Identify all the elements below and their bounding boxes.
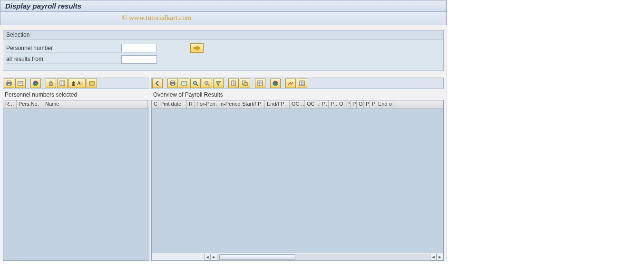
left-grid-header: R…Pers.No.Name (3, 100, 149, 109)
lock-icon (48, 80, 54, 86)
graphic-button[interactable] (30, 79, 41, 88)
column-header[interactable]: C (152, 100, 158, 109)
svg-rect-18 (258, 81, 263, 86)
layout-icon (89, 80, 95, 86)
print-button[interactable] (167, 79, 178, 88)
column-header[interactable]: Start/FP (240, 100, 265, 109)
column-header[interactable]: Pmt date (158, 100, 187, 109)
sum-button[interactable] (228, 79, 239, 88)
layout-select-button[interactable] (255, 79, 265, 88)
export-icon (181, 80, 187, 86)
back-button[interactable] (152, 79, 163, 88)
column-header[interactable]: P… (320, 100, 329, 109)
column-header[interactable]: P (370, 100, 376, 109)
selection-heading: Selection (3, 30, 443, 40)
columns-icon (59, 80, 65, 86)
left-grid: R…Pers.No.Name (3, 100, 149, 261)
column-header[interactable]: End o (376, 100, 393, 109)
export-icon (18, 80, 23, 86)
svg-rect-17 (244, 82, 247, 86)
print-button[interactable] (4, 79, 14, 88)
watermark: © www.tutorialkart.com (122, 14, 192, 22)
column-header[interactable]: P… (329, 100, 337, 109)
print-icon (170, 80, 176, 86)
column-header[interactable]: Pers.No. (17, 100, 43, 109)
right-grid: CPmt dateRFor-Peri…In-PeriodStart/FPEnd/… (151, 100, 444, 261)
export-button[interactable] (179, 79, 189, 88)
scroll-left-end-button[interactable]: ◄ (430, 254, 437, 260)
column-header[interactable]: End/FP (265, 100, 290, 109)
personnel-number-input[interactable] (121, 44, 157, 52)
column-header[interactable]: For-Peri… (195, 100, 217, 109)
find-icon (193, 80, 198, 86)
scroll-right-end-button[interactable]: ► (437, 254, 443, 260)
grid-button[interactable] (297, 79, 307, 88)
personnel-number-label: Personnel number (6, 44, 121, 53)
column-header[interactable]: O (357, 100, 364, 109)
find-next-button[interactable] (202, 79, 212, 88)
scroll-right-button[interactable]: ► (211, 254, 217, 260)
find-button[interactable] (190, 79, 201, 88)
layout-button[interactable] (87, 79, 97, 88)
selection-panel: Selection Personnel number all results f… (3, 30, 444, 71)
column-header[interactable]: OC … (290, 100, 305, 109)
graphic-button[interactable] (270, 79, 281, 88)
svg-rect-5 (49, 83, 52, 86)
print-icon (6, 80, 12, 86)
right-grid-header: CPmt dateRFor-Peri…In-PeriodStart/FPEnd/… (152, 100, 443, 109)
filter-icon (215, 80, 221, 86)
svg-rect-6 (60, 81, 65, 86)
delete-all-button[interactable]: 🗑 All (68, 79, 86, 88)
execute-button[interactable] (190, 43, 204, 53)
column-header[interactable]: In-Period (217, 100, 240, 109)
find-next-icon (204, 80, 210, 86)
right-toolbar (151, 78, 444, 89)
column-header[interactable]: P (344, 100, 351, 109)
subtotal-button[interactable] (240, 79, 250, 88)
graphic-icon (33, 80, 39, 86)
right-grid-body (152, 109, 443, 253)
svg-point-13 (194, 81, 197, 85)
svg-rect-8 (89, 81, 94, 82)
page-title: Display payroll results (0, 0, 447, 12)
arrow-right-icon (194, 45, 200, 51)
right-section-heading: Overview of Payroll Results (151, 89, 444, 100)
all-results-from-label: all results from (6, 55, 121, 64)
lock-button[interactable] (46, 79, 56, 88)
column-header[interactable]: R… (3, 100, 17, 109)
horizontal-scrollbar[interactable]: ◄ ► ◄ ► (152, 253, 443, 260)
export-button[interactable] (15, 79, 26, 88)
column-header[interactable]: P (351, 100, 357, 109)
back-icon (155, 80, 160, 86)
app-toolbar: © www.tutorialkart.com (0, 12, 447, 25)
scroll-left-button[interactable]: ◄ (204, 254, 211, 260)
tech-info-button[interactable] (285, 79, 296, 88)
subtotal-icon (242, 80, 248, 86)
left-section-heading: Personnel numbers selected (3, 89, 149, 100)
column-header[interactable]: OC … (305, 100, 320, 109)
column-header[interactable]: P (364, 100, 370, 109)
column-header[interactable]: O (337, 100, 344, 109)
left-toolbar: 🗑 All (3, 78, 149, 89)
all-results-from-input[interactable] (121, 55, 157, 64)
column-header[interactable]: Name (43, 100, 148, 109)
svg-point-14 (205, 81, 208, 85)
filter-button[interactable] (213, 79, 224, 88)
svg-rect-11 (171, 84, 174, 86)
grid-icon (299, 80, 305, 86)
tech-info-icon (288, 80, 293, 86)
layout-select-icon (257, 80, 263, 86)
sum-icon (231, 80, 236, 86)
column-header[interactable]: R (187, 100, 195, 109)
columns-button[interactable] (57, 79, 68, 88)
svg-rect-2 (8, 84, 10, 86)
svg-rect-20 (300, 81, 304, 86)
graphic-icon (273, 80, 278, 86)
scroll-thumb[interactable] (219, 254, 295, 260)
left-grid-body (3, 109, 149, 260)
